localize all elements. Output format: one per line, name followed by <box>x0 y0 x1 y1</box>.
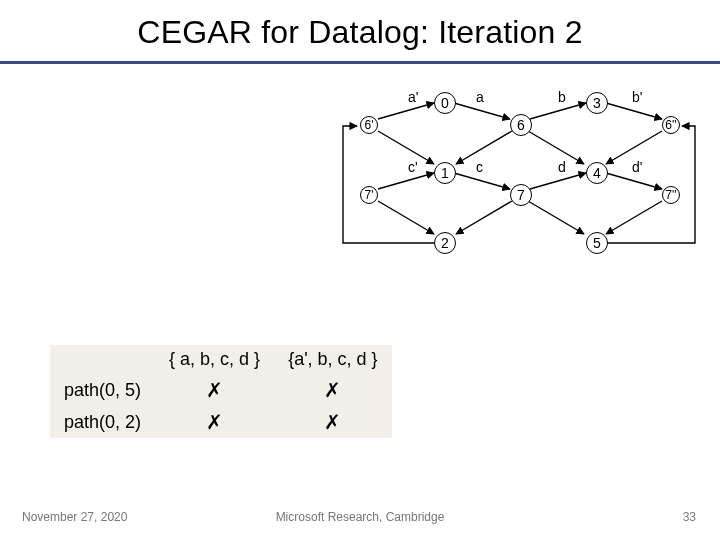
footer-date: November 27, 2020 <box>22 510 127 524</box>
svg-line-4 <box>378 131 434 164</box>
svg-line-5 <box>456 131 512 164</box>
svg-line-11 <box>606 173 662 189</box>
node-0: 0 <box>434 92 456 114</box>
svg-line-13 <box>456 201 512 234</box>
graph-diagram: 0 3 6' 6 6'' 1 4 7' 7 7'' 2 5 a' a b b' … <box>330 86 700 326</box>
table-row: path(0, 2) ✗ ✗ <box>50 406 392 438</box>
footer-page: 33 <box>683 510 696 524</box>
node-3: 3 <box>586 92 608 114</box>
svg-line-14 <box>528 201 584 234</box>
svg-line-2 <box>530 103 586 119</box>
edge-label-a: a <box>476 89 484 105</box>
edge-label-ap: a' <box>408 89 418 105</box>
table-header-empty <box>50 345 155 374</box>
edge-label-bp: b' <box>632 89 642 105</box>
node-6p: 6' <box>360 116 378 134</box>
node-5: 5 <box>586 232 608 254</box>
row0-col2: ✗ <box>274 374 392 406</box>
node-7p: 7' <box>360 186 378 204</box>
svg-line-0 <box>378 103 434 119</box>
edge-label-b: b <box>558 89 566 105</box>
svg-line-9 <box>454 173 510 189</box>
table-header-abs1: { a, b, c, d } <box>155 345 274 374</box>
node-6: 6 <box>510 114 532 136</box>
node-7pp: 7'' <box>662 186 680 204</box>
row1-col1: ✗ <box>155 406 274 438</box>
row-query-05: path(0, 5) <box>50 374 155 406</box>
svg-line-3 <box>606 103 662 119</box>
svg-line-1 <box>454 103 510 119</box>
row1-col2: ✗ <box>274 406 392 438</box>
edge-label-c: c <box>476 159 483 175</box>
edge-label-dp: d' <box>632 159 642 175</box>
svg-line-12 <box>378 201 434 234</box>
footer: November 27, 2020 Microsoft Research, Ca… <box>0 510 720 524</box>
page-title: CEGAR for Datalog: Iteration 2 <box>0 0 720 64</box>
node-2: 2 <box>434 232 456 254</box>
svg-line-10 <box>530 173 586 189</box>
table-header-abs2: {a', b, c, d } <box>274 345 392 374</box>
svg-line-6 <box>528 131 584 164</box>
node-6pp: 6'' <box>662 116 680 134</box>
edge-label-cp: c' <box>408 159 418 175</box>
table-row: path(0, 5) ✗ ✗ <box>50 374 392 406</box>
row-query-02: path(0, 2) <box>50 406 155 438</box>
row0-col1: ✗ <box>155 374 274 406</box>
edge-label-d: d <box>558 159 566 175</box>
result-table: { a, b, c, d } {a', b, c, d } path(0, 5)… <box>50 345 392 438</box>
svg-line-8 <box>378 173 434 189</box>
node-1: 1 <box>434 162 456 184</box>
svg-line-15 <box>606 201 662 234</box>
node-4: 4 <box>586 162 608 184</box>
node-7: 7 <box>510 184 532 206</box>
table-header-row: { a, b, c, d } {a', b, c, d } <box>50 345 392 374</box>
